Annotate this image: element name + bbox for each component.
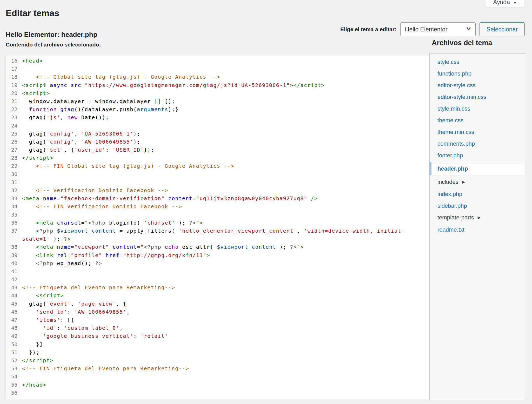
file-item-editor-style.min.css[interactable]: editor-style.min.css (430, 91, 525, 103)
code-line (22, 170, 429, 178)
code-line: <link rel="profile" href="http://gmpg.or… (22, 251, 429, 259)
file-item-label: template-parts (437, 214, 474, 221)
line-number: 55 (5, 381, 20, 389)
code-line: 'items': [{ (22, 316, 429, 324)
code-line: <!-- Verificacion Dominio Facebook --> (22, 186, 429, 194)
file-item-comments.php[interactable]: comments.php (430, 138, 525, 150)
file-item-footer.php[interactable]: footer.php (430, 150, 525, 161)
file-item-theme.min.css[interactable]: theme.min.css (430, 126, 525, 138)
line-number: 37 (5, 227, 20, 235)
file-item-theme.css[interactable]: theme.css (430, 115, 525, 126)
line-number: 48 (5, 324, 20, 332)
code-lines[interactable]: <head> <!-- Global site tag (gtag.js) - … (20, 55, 429, 400)
line-number: 25 (5, 130, 20, 138)
line-number: 28 (5, 154, 20, 162)
line-number: 20 (5, 89, 20, 97)
selected-theme-value: Hello Elementor (405, 26, 448, 33)
file-item-label: editor-style.min.css (437, 94, 486, 100)
file-content-label: Contenido del archivo seleccionado: (6, 42, 101, 48)
code-line: <!-- FIN Verificacion Dominio Facebook -… (22, 203, 429, 211)
line-number: 40 (5, 259, 20, 267)
code-line: <meta name="viewport" content="<?php ech… (22, 243, 429, 251)
line-number: 21 (5, 97, 20, 105)
line-number: 32 (5, 186, 20, 194)
code-line: 'id': 'custom_label_0', (22, 324, 429, 332)
file-item-label: sidebar.php (437, 203, 467, 209)
file-folder-includes[interactable]: includes▶ (430, 176, 525, 188)
line-number: 31 (5, 178, 20, 186)
code-line: <script> (22, 292, 429, 300)
code-line: 'send_to': 'AW-1006649855', (22, 308, 429, 316)
file-item-readme.txt[interactable]: readme.txt (430, 224, 525, 235)
code-line (22, 65, 429, 73)
select-theme-button[interactable]: Seleccionar (480, 22, 525, 36)
file-item-label: header.php (437, 165, 468, 172)
line-number: 44 (5, 292, 20, 300)
theme-files-title: Archivos del tema (432, 39, 492, 47)
theme-select[interactable]: Hello Elementor ∨ (400, 22, 476, 36)
line-number: 51 (5, 348, 20, 356)
line-number: 24 (5, 122, 20, 130)
code-line: gtag('set', {'user_id': 'USER_ID'}); (22, 146, 429, 154)
code-line: <!-- FIN Etiqueta del Evento para Remark… (22, 365, 429, 373)
file-item-label: index.php (437, 191, 462, 197)
line-number: 19 (5, 81, 20, 89)
gutter: 1617181920212223242526272829303132333435… (5, 55, 20, 400)
theme-select-label: Elige el tema a editar: (340, 26, 396, 32)
file-folder-template-parts[interactable]: template-parts▶ (430, 212, 525, 224)
code-line: <meta name="facebook-domain-verification… (22, 194, 429, 203)
file-item-index.php[interactable]: index.php (430, 188, 525, 200)
folder-arrow-icon: ▶ (478, 214, 481, 221)
file-item-label: readme.txt (437, 226, 464, 233)
line-number (5, 235, 20, 243)
line-number: 43 (5, 284, 20, 292)
file-item-functions.php[interactable]: functions.php (430, 68, 525, 79)
line-number: 39 (5, 251, 20, 259)
file-item-label: comments.php (437, 140, 475, 147)
line-number: 16 (5, 57, 20, 65)
line-number: 47 (5, 316, 20, 324)
file-item-editor-style.css[interactable]: editor-style.css (430, 79, 525, 91)
line-number: 36 (5, 219, 20, 227)
code-line: gtag('config', 'AW-1006649855'); (22, 138, 429, 146)
code-line: function gtag(){dataLayer.push(arguments… (22, 105, 429, 113)
line-number: 56 (5, 389, 20, 397)
code-editor[interactable]: 1617181920212223242526272829303132333435… (5, 55, 429, 400)
line-number: 34 (5, 203, 20, 211)
line-number: 23 (5, 113, 20, 122)
code-line (22, 122, 429, 130)
code-line: <head> (22, 57, 429, 65)
line-number: 18 (5, 73, 20, 81)
help-button[interactable]: Ayuda ▼ (486, 0, 524, 8)
file-item-sidebar.php[interactable]: sidebar.php (430, 200, 525, 212)
file-item-label: functions.php (437, 70, 471, 77)
code-line: gtag('config', 'UA-52693006-1'); (22, 130, 429, 138)
line-number: 27 (5, 146, 20, 154)
file-item-style.min.css[interactable]: style.min.css (430, 103, 525, 115)
file-item-label: style.min.css (437, 105, 470, 112)
line-number: 46 (5, 308, 20, 316)
code-line: <script async src="https://www.googletag… (22, 81, 429, 89)
line-number: 52 (5, 356, 20, 365)
code-line (22, 373, 429, 381)
line-number: 45 (5, 300, 20, 308)
line-number: 30 (5, 170, 20, 178)
file-item-header.php[interactable]: header.php (429, 162, 525, 175)
code-line (22, 389, 429, 397)
line-number: 35 (5, 211, 20, 219)
file-item-style.css[interactable]: style.css (430, 56, 525, 68)
code-line: scale=1' ); ?> (22, 235, 429, 243)
code-line: </head> (22, 381, 429, 389)
code-line: <script> (22, 89, 429, 97)
code-line: <!-- Global site tag (gtag.js) - Google … (22, 73, 429, 81)
file-item-label: style.css (437, 59, 459, 65)
code-line: <meta charset="<?php bloginfo( 'charset'… (22, 219, 429, 227)
code-line (22, 178, 429, 186)
code-line: 'google_business_vertical': 'retail' (22, 332, 429, 340)
folder-arrow-icon: ▶ (462, 178, 465, 185)
line-number: 38 (5, 243, 20, 251)
file-item-label: theme.css (437, 117, 463, 124)
line-number: 22 (5, 105, 20, 113)
line-number: 54 (5, 373, 20, 381)
line-number: 33 (5, 194, 20, 203)
